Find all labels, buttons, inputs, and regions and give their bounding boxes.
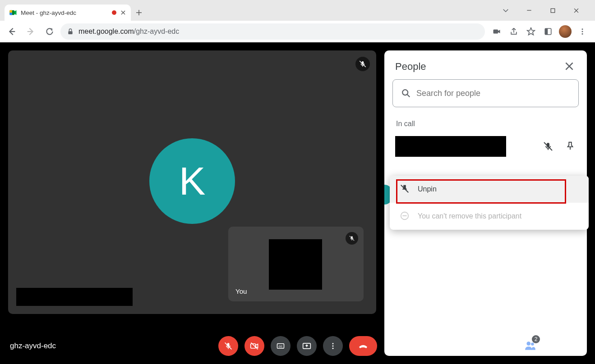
window-minimize-button[interactable] [519, 4, 539, 17]
self-video-redacted [269, 239, 322, 290]
meeting-code: ghz-ayvd-edc [10, 341, 56, 350]
bottom-bar: ghz-ayvd-edc CC 2 [0, 328, 595, 364]
back-button[interactable] [4, 23, 20, 40]
people-search-box[interactable] [392, 79, 579, 107]
participant-name-redacted [395, 136, 506, 157]
tab-strip: Meet - ghz-ayvd-edc [0, 0, 595, 21]
recording-indicator-icon [112, 10, 116, 15]
tab-title: Meet - ghz-ayvd-edc [21, 9, 108, 16]
svg-rect-2 [10, 13, 12, 15]
mute-participant-icon[interactable] [543, 141, 553, 152]
window-close-button[interactable] [566, 4, 586, 17]
video-area: K You [0, 42, 384, 364]
mic-off-icon [355, 57, 370, 71]
svg-point-22 [526, 341, 530, 346]
right-controls: 2 [499, 340, 585, 352]
participant-name-redacted [16, 288, 133, 306]
browser-toolbar: meet.google.com/ghz-ayvd-edc [0, 21, 595, 42]
people-button[interactable]: 2 [524, 340, 536, 352]
participant-avatar: K [149, 138, 235, 224]
call-controls: CC [218, 336, 377, 356]
browser-tab[interactable]: Meet - ghz-ayvd-edc [5, 5, 131, 21]
svg-point-19 [332, 348, 333, 349]
participant-row[interactable] [392, 134, 579, 159]
new-tab-button[interactable] [131, 5, 147, 21]
forward-button[interactable] [23, 23, 39, 40]
unpin-label: Unpin [418, 185, 437, 193]
people-count-badge: 2 [532, 335, 540, 343]
browser-menu-icon[interactable] [576, 25, 589, 38]
side-panel-icon[interactable] [542, 25, 554, 38]
people-search-input[interactable] [416, 89, 570, 98]
svg-rect-4 [68, 31, 72, 34]
participant-context-menu: Unpin You can't remove this participant [390, 176, 589, 230]
meeting-info-button[interactable] [499, 340, 512, 352]
lock-icon [67, 28, 74, 35]
share-icon[interactable] [507, 25, 520, 38]
chat-button[interactable] [548, 340, 561, 352]
window-maximize-button[interactable] [543, 4, 563, 17]
tab-close-icon[interactable] [120, 9, 126, 16]
main-participant-video[interactable]: K You [8, 50, 376, 314]
svg-rect-7 [545, 28, 548, 35]
toggle-camera-button[interactable] [244, 336, 264, 356]
remove-menu-item: You can't remove this participant [390, 203, 589, 230]
unpin-icon [400, 184, 411, 195]
pin-participant-icon[interactable] [565, 141, 576, 152]
toolbar-actions [488, 25, 591, 38]
browser-chrome: Meet - ghz-ayvd-edc meet.google.com/ghz-… [0, 0, 595, 42]
url-text: meet.google.com/ghz-ayvd-edc [78, 27, 179, 36]
people-panel-title: People [395, 61, 426, 73]
close-panel-button[interactable] [563, 60, 576, 73]
svg-rect-3 [551, 9, 555, 13]
hangup-button[interactable] [349, 336, 377, 356]
profile-avatar[interactable] [559, 25, 572, 38]
people-panel-header: People [392, 60, 579, 79]
svg-point-18 [332, 346, 333, 347]
captions-button[interactable]: CC [271, 336, 291, 356]
present-screen-button[interactable] [297, 336, 317, 356]
svg-point-11 [402, 90, 408, 95]
svg-point-24 [574, 346, 578, 350]
svg-rect-1 [10, 10, 12, 13]
search-icon [401, 88, 411, 98]
self-video[interactable]: You [228, 227, 364, 301]
meet-area: K You People In call [0, 42, 595, 364]
svg-point-8 [582, 28, 583, 30]
svg-rect-5 [494, 30, 498, 34]
window-controls [496, 4, 590, 17]
svg-point-17 [332, 343, 333, 344]
remove-disabled-label: You can't remove this participant [418, 212, 521, 220]
meet-favicon-icon [9, 9, 17, 17]
svg-point-9 [582, 31, 583, 32]
more-options-button[interactable] [323, 336, 343, 356]
window-dropdown-icon[interactable] [496, 4, 516, 17]
unpin-menu-item[interactable]: Unpin [390, 176, 589, 203]
bookmark-star-icon[interactable] [525, 25, 537, 38]
self-mic-off-icon [346, 232, 358, 245]
svg-text:CC: CC [278, 345, 282, 348]
activities-button[interactable] [572, 340, 585, 352]
url-bar[interactable]: meet.google.com/ghz-ayvd-edc [60, 23, 485, 40]
self-label: You [235, 287, 247, 295]
remove-disabled-icon [400, 211, 411, 222]
svg-rect-25 [579, 346, 583, 350]
svg-point-23 [531, 343, 534, 346]
svg-point-10 [582, 33, 583, 35]
reload-button[interactable] [42, 23, 58, 40]
camera-indicator-icon[interactable] [490, 25, 503, 38]
toggle-mic-button[interactable] [218, 336, 238, 356]
people-panel: People In call Unpin You can [384, 50, 587, 356]
svg-point-21 [504, 343, 506, 344]
in-call-label: In call [396, 120, 579, 128]
